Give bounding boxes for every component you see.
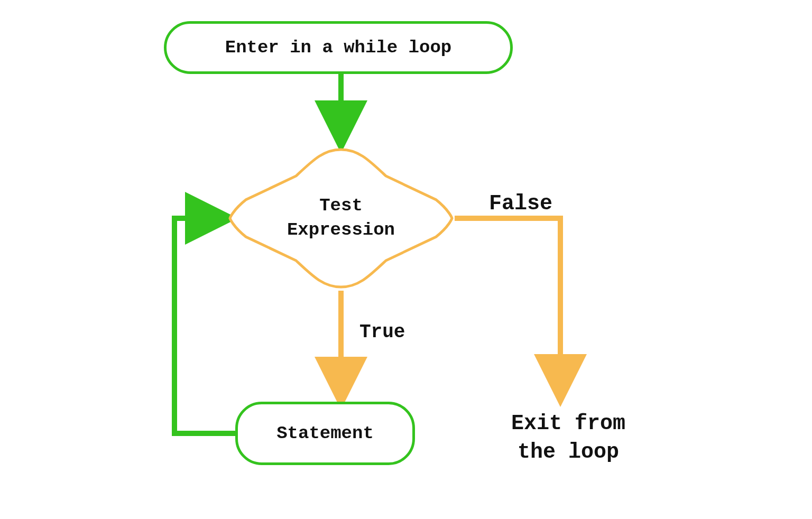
decision-label: Test Expression [227, 147, 455, 290]
true-label: True [359, 321, 405, 343]
decision-line1: Test [319, 194, 363, 218]
statement-node: Statement [235, 402, 415, 465]
start-node: Enter in a while loop [164, 21, 513, 74]
exit-line2: the loop [473, 438, 663, 467]
arrow-loopback [174, 218, 235, 433]
exit-line1: Exit from [473, 410, 663, 438]
exit-node: Exit from the loop [473, 410, 663, 467]
decision-node: Test Expression [227, 147, 455, 290]
decision-line2: Expression [287, 218, 395, 243]
statement-label: Statement [276, 423, 374, 443]
start-label: Enter in a while loop [225, 38, 451, 58]
false-label: False [489, 192, 552, 216]
arrow-false [455, 218, 560, 391]
flowchart-canvas: Enter in a while loop Test Expression St… [0, 0, 812, 519]
